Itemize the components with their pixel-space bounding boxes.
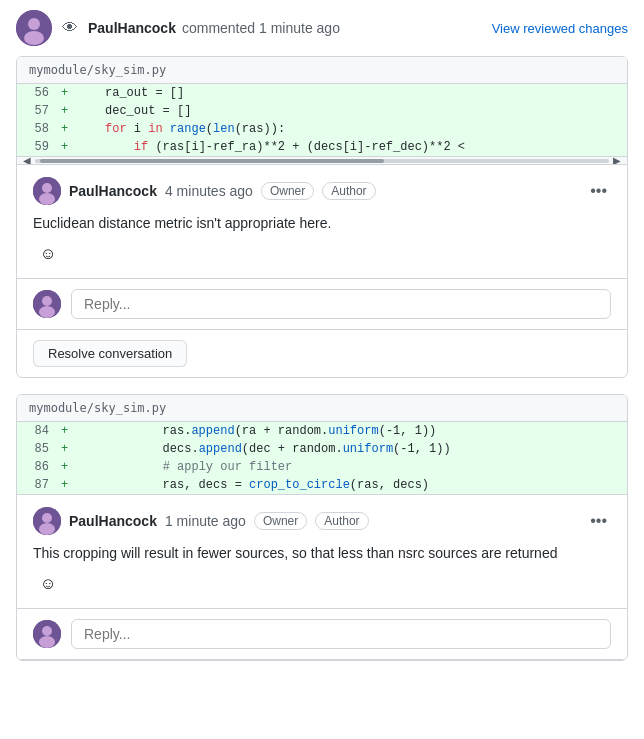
code-line-1-57: 57 + dec_out = []	[17, 102, 627, 120]
comment-2-header: PaulHancock 1 minute ago Owner Author ••…	[33, 507, 611, 535]
page-header: 👁 PaulHancock commented 1 minute ago Vie…	[0, 0, 644, 56]
svg-point-5	[39, 193, 55, 205]
comment-2-more-button[interactable]: •••	[586, 511, 611, 531]
header-username: PaulHancock	[88, 20, 176, 36]
reply-avatar-2	[33, 620, 61, 648]
reply-input-1[interactable]	[71, 289, 611, 319]
conversation-2: mymodule/sky_sim.py 84 + ras.append(ra +…	[16, 394, 628, 661]
eye-icon: 👁	[62, 19, 78, 37]
header-action: commented 1 minute ago	[182, 20, 340, 36]
conversation-1: mymodule/sky_sim.py 56 + ra_out = [] 57 …	[16, 56, 628, 378]
scroll-thumb-1	[40, 159, 384, 163]
svg-point-4	[42, 183, 52, 193]
user-avatar	[16, 10, 52, 46]
code-section-2: mymodule/sky_sim.py 84 + ras.append(ra +…	[17, 395, 627, 495]
svg-point-7	[42, 296, 52, 306]
comment-1-header: PaulHancock 4 minutes ago Owner Author •…	[33, 177, 611, 205]
svg-point-11	[39, 523, 55, 535]
file-path-2: mymodule/sky_sim.py	[17, 395, 627, 422]
svg-point-14	[39, 636, 55, 648]
code-scrollbar-1[interactable]: ◀ ▶	[17, 156, 627, 164]
comment-1: PaulHancock 4 minutes ago Owner Author •…	[17, 165, 627, 279]
comment-2: PaulHancock 1 minute ago Owner Author ••…	[17, 495, 627, 609]
header-meta: PaulHancock commented 1 minute ago	[88, 20, 482, 36]
file-path-1: mymodule/sky_sim.py	[17, 57, 627, 84]
svg-point-2	[24, 31, 44, 45]
resolve-area-1: Resolve conversation	[17, 330, 627, 377]
reply-avatar-1	[33, 290, 61, 318]
code-line-1-56: 56 + ra_out = []	[17, 84, 627, 102]
svg-point-1	[28, 18, 40, 30]
code-line-1-59: 59 + if (ras[i]-ref_ra)**2 + (decs[i]-re…	[17, 138, 627, 156]
comment-1-body: Euclidean distance metric isn't appropri…	[33, 213, 611, 234]
code-line-1-58: 58 + for i in range(len(ras)):	[17, 120, 627, 138]
comment-1-badge-owner: Owner	[261, 182, 314, 200]
comment-2-emoji-button[interactable]: ☺	[33, 572, 63, 596]
svg-point-8	[39, 306, 55, 318]
view-reviewed-changes-link[interactable]: View reviewed changes	[492, 21, 628, 36]
code-section-1: mymodule/sky_sim.py 56 + ra_out = [] 57 …	[17, 57, 627, 165]
comment-2-body: This cropping will result in fewer sourc…	[33, 543, 611, 564]
comment-1-time: 4 minutes ago	[165, 183, 253, 199]
reply-area-1	[17, 279, 627, 330]
reply-input-2[interactable]	[71, 619, 611, 649]
code-line-2-87: 87 + ras, decs = crop_to_circle(ras, dec…	[17, 476, 627, 494]
svg-point-13	[42, 626, 52, 636]
comment-2-badge-author: Author	[315, 512, 368, 530]
comment-1-more-button[interactable]: •••	[586, 181, 611, 201]
scroll-track-1	[35, 159, 609, 163]
code-table-1: 56 + ra_out = [] 57 + dec_out = [] 58 + …	[17, 84, 627, 156]
comment-2-avatar	[33, 507, 61, 535]
comment-1-username: PaulHancock	[69, 183, 157, 199]
comment-1-avatar	[33, 177, 61, 205]
reply-area-2	[17, 609, 627, 660]
scroll-right-icon[interactable]: ▶	[609, 156, 625, 164]
svg-point-10	[42, 513, 52, 523]
scroll-left-icon[interactable]: ◀	[19, 156, 35, 164]
code-line-2-85: 85 + decs.append(dec + random.uniform(-1…	[17, 440, 627, 458]
code-table-2: 84 + ras.append(ra + random.uniform(-1, …	[17, 422, 627, 494]
comment-2-badge-owner: Owner	[254, 512, 307, 530]
resolve-button-1[interactable]: Resolve conversation	[33, 340, 187, 367]
comment-2-username: PaulHancock	[69, 513, 157, 529]
comment-2-time: 1 minute ago	[165, 513, 246, 529]
code-line-2-86: 86 + # apply our filter	[17, 458, 627, 476]
code-line-2-84: 84 + ras.append(ra + random.uniform(-1, …	[17, 422, 627, 440]
comment-1-emoji-button[interactable]: ☺	[33, 242, 63, 266]
comment-1-badge-author: Author	[322, 182, 375, 200]
